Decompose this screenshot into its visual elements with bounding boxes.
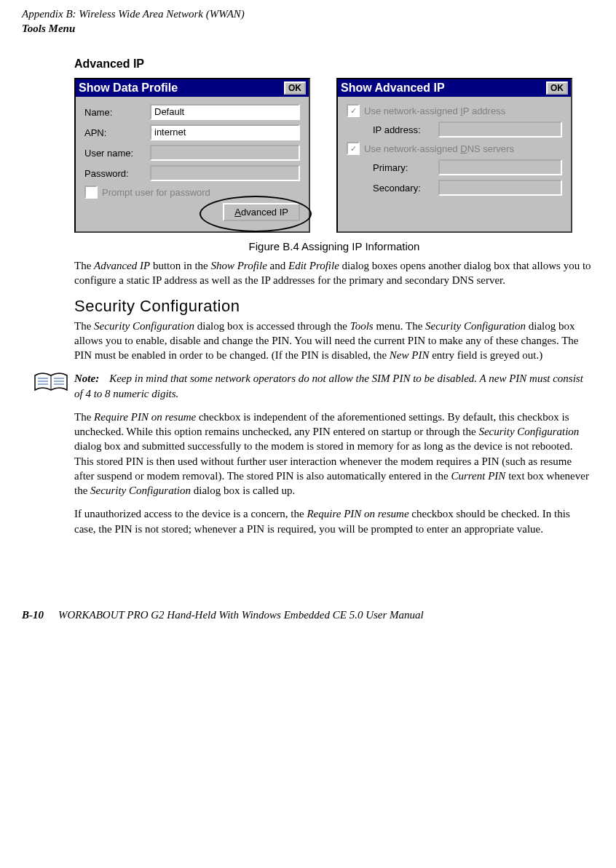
advanced-ip-button[interactable]: Advanced IP [223,203,300,221]
dialog1-ok-button[interactable]: OK [284,81,306,95]
dialog2-ok-button[interactable]: OK [546,81,568,95]
screenshots-row: Show Data Profile OK Name: Default APN: … [74,78,594,233]
page-footer: B-10 WORKABOUT PRO G2 Hand-Held With Win… [22,609,594,621]
figure-caption: Figure B.4 Assigning IP Information [74,240,594,252]
username-label: User name: [84,148,150,159]
appendix-line: Appendix B: Wireless Wide Area Network (… [22,7,594,22]
password-label: Password: [84,168,150,179]
note-label: Note: [74,373,99,384]
ip-address-field[interactable] [438,122,562,138]
secondary-dns-label: Secondary: [373,183,438,194]
prompt-password-label: Prompt user for password [102,187,210,198]
section-line: Tools Menu [22,22,594,36]
advanced-ip-heading: Advanced IP [74,57,594,71]
show-data-profile-dialog: Show Data Profile OK Name: Default APN: … [74,78,310,233]
dialog2-titlebar: Show Advanced IP OK [338,79,571,97]
book-icon [33,371,68,401]
use-ip-checkbox[interactable]: ✓ [347,104,360,117]
primary-dns-field[interactable] [438,159,562,175]
page-header: Appendix B: Wireless Wide Area Network (… [22,7,594,36]
dialog1-title: Show Data Profile [79,81,178,95]
dialog1-titlebar: Show Data Profile OK [76,79,309,97]
use-dns-label: Use network-assigned DNS servers [364,143,514,154]
ip-address-label: IP address: [373,124,438,135]
use-dns-checkbox[interactable]: ✓ [347,142,360,155]
username-field[interactable] [150,145,300,161]
show-advanced-ip-dialog: Show Advanced IP OK ✓ Use network-assign… [336,78,572,233]
password-field[interactable] [150,165,300,181]
paragraph-4: If unauthorized access to the device is … [74,506,594,536]
manual-title: WORKABOUT PRO G2 Hand-Held With Windows … [58,609,424,621]
use-ip-label: Use network-assigned IP address [364,105,505,116]
primary-dns-label: Primary: [373,162,438,173]
paragraph-3: The Require PIN on resume checkbox is in… [74,410,594,498]
name-label: Name: [84,107,150,118]
note-block: Note:Keep in mind that some network oper… [74,371,594,401]
secondary-dns-field[interactable] [438,180,562,196]
name-field[interactable]: Default [150,104,300,120]
paragraph-1: The Advanced IP button in the Show Profi… [74,258,594,288]
dialog2-title: Show Advanced IP [341,81,445,95]
paragraph-2: The Security Configuration dialog box is… [74,319,594,363]
security-configuration-heading: Security Configuration [74,297,594,316]
apn-label: APN: [84,127,150,138]
prompt-password-checkbox[interactable] [84,186,98,199]
page-number: B-10 [22,609,44,621]
apn-field[interactable]: internet [150,124,300,140]
note-text: Keep in mind that some network operators… [74,373,583,399]
